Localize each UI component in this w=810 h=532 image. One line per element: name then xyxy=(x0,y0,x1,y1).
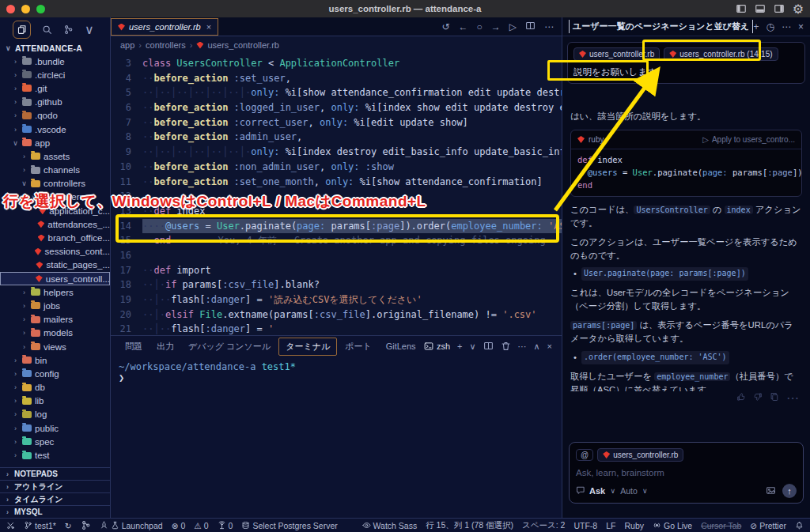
status-item-ruby[interactable]: Ruby xyxy=(624,521,644,530)
back-button[interactable]: ← xyxy=(459,21,468,32)
status-item-prettier[interactable]: ⊘Prettier xyxy=(750,521,786,530)
tree-item-lib[interactable]: ›lib xyxy=(0,394,110,408)
breadcrumb-file[interactable]: users_controller.rb xyxy=(207,40,279,50)
tree-item-mailers[interactable]: ›mailers xyxy=(0,313,110,326)
tree-item-sessions-cont-[interactable]: sessions_cont... xyxy=(0,245,110,258)
tree-item-models[interactable]: ›models xyxy=(0,326,110,340)
fwd-button[interactable]: → xyxy=(491,21,501,32)
tree-item-app[interactable]: ∨app xyxy=(0,136,110,149)
status-item-test1-[interactable]: test1* xyxy=(24,521,56,530)
more-button[interactable]: ⋯ xyxy=(544,21,554,32)
code-line-10[interactable]: 10··before_action :non_admin_user, only:… xyxy=(111,160,562,175)
tree-item-static-pages-[interactable]: static_pages_... xyxy=(0,258,110,272)
tree-item--circleci[interactable]: ›.circleci xyxy=(0,68,110,81)
chat-more-button[interactable]: ⋯ xyxy=(782,21,791,32)
input-file-chip[interactable]: users_controller.rb xyxy=(597,448,683,462)
split-button[interactable] xyxy=(525,21,536,33)
dot-button[interactable]: ○ xyxy=(477,21,483,32)
breadcrumb-app[interactable]: app xyxy=(120,40,134,50)
zoom-window-button[interactable] xyxy=(36,5,45,13)
code-line-16[interactable]: 16 xyxy=(111,248,562,263)
tree-item--git[interactable]: ›.git xyxy=(0,81,110,95)
tree-item-controllers[interactable]: ∨controllers xyxy=(0,177,110,191)
tree-item-helpers[interactable]: ›helpers xyxy=(0,285,110,299)
chev-down-button[interactable]: ∨ xyxy=(469,341,475,352)
status-item-utf-8[interactable]: UTF-8 xyxy=(573,521,597,530)
chat-clock-button[interactable]: ◷ xyxy=(766,21,774,32)
code-line-20[interactable]: 20··│·elsif File.extname(params[:csv_fil… xyxy=(111,308,562,323)
tab-users-controller[interactable]: users_controller.rb × xyxy=(111,18,218,36)
shell-session[interactable]: zsh xyxy=(424,341,450,351)
feedback-thumbdn-button[interactable] xyxy=(753,391,763,406)
add-context-button[interactable]: @ xyxy=(576,449,593,461)
panel-tab-1[interactable]: 出力 xyxy=(150,338,180,355)
input-placeholder[interactable]: Ask, learn, brainstorm xyxy=(576,468,797,477)
sidebar-section-アウトライン[interactable]: ›アウトライン xyxy=(0,480,110,492)
apply-button[interactable]: ▷Apply to users_contro... xyxy=(702,134,795,145)
add-button[interactable]: + xyxy=(457,341,462,351)
tree-item--github[interactable]: ›.github xyxy=(0,96,110,109)
panel-tab-4[interactable]: ポート xyxy=(339,338,378,355)
tree-item-users-controll-[interactable]: users_controll... xyxy=(0,272,110,285)
minimize-window-button[interactable] xyxy=(21,5,30,13)
activity-scm-button[interactable] xyxy=(63,25,74,35)
tree-item-views[interactable]: ›views xyxy=(0,340,110,353)
tree-item-public[interactable]: ›public xyxy=(0,421,110,435)
history-button[interactable]: ↺ xyxy=(441,21,449,32)
terminal[interactable]: ~/workspace/attendance-a test1* ❯ xyxy=(111,357,562,383)
status-item-launchpad[interactable]: Launchpad xyxy=(100,521,163,530)
tree-item-assets[interactable]: ›assets xyxy=(0,149,110,163)
attach-image-button[interactable] xyxy=(766,485,776,497)
tree-item-config[interactable]: ›config xyxy=(0,367,110,380)
tree-root[interactable]: ∨ ATTENDANCE-A xyxy=(0,41,110,55)
sidebar-section-NOTEPADS[interactable]: ›NOTEPADS xyxy=(0,467,110,480)
tree-item--bundle[interactable]: ›.bundle xyxy=(0,55,110,68)
activity-files-button[interactable] xyxy=(13,21,31,39)
status-item-0[interactable]: 0 xyxy=(218,521,233,530)
model-selector[interactable]: Auto xyxy=(620,486,638,496)
close-window-button[interactable] xyxy=(6,5,15,13)
tree-item--qodo[interactable]: ›.qodo xyxy=(0,109,110,123)
chat-title[interactable]: ユーザー一覧のページネーションと並び替え xyxy=(569,20,753,33)
panel-tab-0[interactable]: 問題 xyxy=(119,338,149,355)
activity-chev-down-button[interactable]: ∨ xyxy=(85,22,94,37)
tree-item-attendances-[interactable]: attendances_... xyxy=(0,217,110,231)
feedback-copy-button[interactable] xyxy=(770,391,779,406)
code-line-5[interactable]: 5··│··│··│··│··│··│·only: %i[show attend… xyxy=(111,85,562,100)
chat-add-button[interactable]: + xyxy=(753,21,759,32)
feedback-more-button[interactable]: ⋯ xyxy=(786,391,799,406)
tree-item-jobs[interactable]: ›jobs xyxy=(0,299,110,312)
status-item-lf[interactable]: LF xyxy=(606,521,615,530)
status-item-watch-sass[interactable]: Watch Sass xyxy=(362,521,418,530)
code-line-21[interactable]: 21··│··flash[:danger] = ' xyxy=(111,322,562,335)
sidebar-section-MYSQL[interactable]: ›MYSQL xyxy=(0,505,110,518)
panel-tab-5[interactable]: GitLens xyxy=(380,339,422,353)
code-line-6[interactable]: 6··before_action :logged_in_user, only: … xyxy=(111,100,562,115)
panel-bottom-button[interactable] xyxy=(755,3,766,14)
code-line-19[interactable]: 19··│··flash[:danger] = '読み込むCSVを選択してくださ… xyxy=(111,292,562,308)
code-line-9[interactable]: 9··│··│··│··│··│··│·only: %i[index destr… xyxy=(111,145,562,160)
close-tab-icon[interactable]: × xyxy=(206,22,211,32)
gear-button[interactable]: ⚙ xyxy=(793,2,804,17)
status-item-scm[interactable] xyxy=(81,520,91,530)
panel-right-button[interactable] xyxy=(774,3,785,14)
panel-left-button[interactable] xyxy=(736,3,747,14)
tree-item-bin[interactable]: ›bin xyxy=(0,353,110,367)
run-button[interactable]: ▷ xyxy=(509,21,517,32)
tree-item-spec[interactable]: ›spec xyxy=(0,435,110,448)
chat-input[interactable]: @ users_controller.rb Ask, learn, brains… xyxy=(569,442,804,504)
code-line-18[interactable]: 18··│·if params[:csv_file].blank? xyxy=(111,277,562,292)
status-item-0[interactable]: ⊗0 xyxy=(172,521,186,530)
caret-up-button[interactable]: ∧ xyxy=(534,341,540,352)
panel-tab-2[interactable]: デバッグ コンソール xyxy=(182,338,277,355)
status-item-go-live[interactable]: Go Live xyxy=(653,521,692,530)
status-item-0[interactable]: ⚠0 xyxy=(194,521,208,530)
status-item-remote[interactable] xyxy=(6,521,15,530)
more-button[interactable]: ⋯ xyxy=(518,341,527,352)
status-item-select-postgres-server[interactable]: Select Postgres Server xyxy=(241,521,337,530)
code-line-17[interactable]: 17··def import xyxy=(111,263,562,278)
status-item--2[interactable]: スペース: 2 xyxy=(522,520,565,531)
trash-button[interactable] xyxy=(501,341,511,353)
mode-selector[interactable]: Ask xyxy=(589,486,605,496)
send-button[interactable]: ↑ xyxy=(782,484,797,498)
